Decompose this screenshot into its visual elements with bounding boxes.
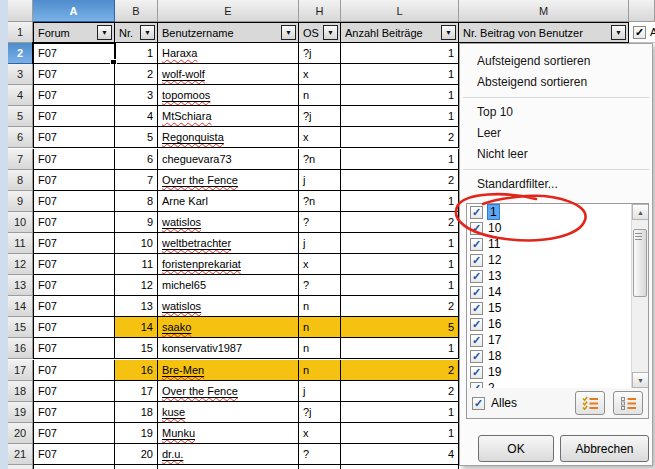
cell-forum[interactable]: F07 (33, 85, 115, 106)
cell-count[interactable]: 2 (341, 381, 459, 402)
cell-os[interactable]: n (299, 338, 341, 359)
row-header-7[interactable]: 7 (8, 149, 33, 170)
filter-value-item[interactable]: ✓15 (467, 300, 648, 316)
menu-item-sort-descending[interactable]: Absteigend sortieren (460, 72, 652, 93)
cell-os[interactable]: n (299, 85, 341, 106)
cell-os[interactable]: ?j (299, 43, 341, 64)
cell-username[interactable]: MtSchiara (158, 106, 299, 127)
value-checkbox[interactable]: ✓ (470, 302, 483, 315)
cell-forum[interactable]: F07 (33, 381, 115, 402)
cell-os[interactable]: ?j (299, 106, 341, 127)
cell-username[interactable]: michel65 (158, 275, 299, 296)
cell-username[interactable]: Bre-Men (158, 360, 299, 381)
cell-forum[interactable]: F07 (33, 360, 115, 381)
cell-username[interactable]: Regonquista (158, 127, 299, 148)
cell-count[interactable]: 2 (341, 296, 459, 317)
row-header-8[interactable]: 8 (8, 170, 33, 191)
row-header-3[interactable]: 3 (8, 64, 33, 85)
cell-nr[interactable]: 21 (115, 465, 158, 469)
cell-forum[interactable]: F07 (33, 402, 115, 423)
cell-username[interactable]: weltbetrachter (158, 233, 299, 254)
cell-nr[interactable]: 12 (115, 275, 158, 296)
cell-os[interactable]: j (299, 170, 341, 191)
column-header-H[interactable]: H (299, 0, 341, 22)
cell-nr[interactable]: 6 (115, 149, 158, 170)
select-all-checkbox[interactable]: ✓ (472, 397, 485, 410)
row-header-5[interactable]: 5 (8, 106, 33, 127)
cell-count[interactable]: 1 (341, 338, 459, 359)
autofilter-button-name[interactable]: ▼ (281, 25, 296, 40)
uncheck-all-button[interactable] (613, 391, 643, 415)
row-header-1[interactable]: 1 (8, 22, 33, 43)
cell-nr[interactable]: 5 (115, 127, 158, 148)
value-checkbox[interactable]: ✓ (470, 334, 483, 347)
autofilter-button-nr[interactable]: ▼ (140, 25, 155, 40)
column-header-A[interactable]: A (33, 0, 115, 22)
menu-item-sort-ascending[interactable]: Aufsteigend sortieren (460, 51, 652, 72)
cell-os[interactable]: ? (299, 444, 341, 465)
check-all-button[interactable] (575, 391, 605, 415)
cell-nr[interactable]: 11 (115, 254, 158, 275)
cell-os[interactable]: j (299, 381, 341, 402)
row-header-20[interactable]: 20 (8, 423, 33, 444)
cell-username[interactable]: Over the Fence (158, 381, 299, 402)
cell-nr[interactable]: 18 (115, 402, 158, 423)
cell-username[interactable]: watislos (158, 296, 299, 317)
value-checkbox[interactable]: ✓ (470, 254, 483, 267)
cell-forum[interactable]: F07 (33, 465, 115, 469)
cell-username[interactable]: topomoos (158, 85, 299, 106)
cell-os[interactable]: n (299, 360, 341, 381)
cell-forum[interactable]: F07 (33, 444, 115, 465)
autofilter-button-m[interactable]: ▼ (611, 25, 626, 40)
cell-forum[interactable]: F07 (33, 254, 115, 275)
row-header-18[interactable]: 18 (8, 381, 33, 402)
cell-count[interactable]: 1 (341, 43, 459, 64)
value-checkbox[interactable]: ✓ (470, 350, 483, 363)
cell-count[interactable]: 1 (341, 149, 459, 170)
cell-forum[interactable]: F07 (33, 338, 115, 359)
cell-nr[interactable]: 3 (115, 85, 158, 106)
value-checkbox[interactable]: ✓ (470, 286, 483, 299)
cell-count[interactable]: 1 (341, 254, 459, 275)
header-cell-name[interactable]: Benutzername (158, 22, 299, 43)
cell-forum[interactable]: F07 (33, 296, 115, 317)
cell-count[interactable]: 1 (341, 423, 459, 444)
corner-header[interactable] (8, 0, 33, 22)
filter-value-item[interactable]: ✓13 (467, 268, 648, 284)
cell-count[interactable]: 1 (341, 465, 459, 469)
cell-forum[interactable]: F07 (33, 106, 115, 127)
menu-item-top-10[interactable]: Top 10 (460, 102, 652, 123)
cell-os[interactable]: ? (299, 465, 341, 469)
menu-item-standard-filter[interactable]: Standardfilter... (460, 174, 652, 195)
cell-count[interactable]: 4 (341, 444, 459, 465)
cell-os[interactable]: ? (299, 212, 341, 233)
row-header-14[interactable]: 14 (8, 296, 33, 317)
filter-value-item[interactable]: ✓11 (467, 236, 648, 252)
cell-os[interactable]: x (299, 254, 341, 275)
cell-os[interactable]: x (299, 64, 341, 85)
cell-username[interactable]: foristenprekariat (158, 254, 299, 275)
cell-count[interactable]: 2 (341, 170, 459, 191)
cell-username[interactable]: Munku (158, 423, 299, 444)
column-header-M[interactable]: M (459, 0, 629, 22)
value-checkbox[interactable]: ✓ (470, 270, 483, 283)
ok-button[interactable]: OK (478, 435, 554, 462)
cell-count[interactable]: 2 (341, 127, 459, 148)
cell-count[interactable]: 1 (341, 402, 459, 423)
filter-value-item[interactable]: ✓12 (467, 252, 648, 268)
row-header-22[interactable]: 22 (8, 465, 33, 469)
cell-nr[interactable]: 19 (115, 423, 158, 444)
cell-count[interactable]: 1 (341, 64, 459, 85)
cell-username[interactable]: cheguevara73 (158, 149, 299, 170)
cell-nr[interactable]: 15 (115, 338, 158, 359)
column-header-E[interactable]: E (158, 0, 299, 22)
filter-value-item[interactable]: ✓18 (467, 348, 648, 364)
cell-username[interactable]: wolf-wolf (158, 64, 299, 85)
filter-value-item[interactable]: ✓19 (467, 364, 648, 380)
cell-os[interactable]: j (299, 233, 341, 254)
row-header-2[interactable]: 2 (8, 43, 33, 64)
value-checkbox[interactable]: ✓ (470, 222, 483, 235)
cell-count[interactable]: 1 (341, 275, 459, 296)
cell-os[interactable]: ? (299, 275, 341, 296)
autofilter-button-count[interactable]: ▼ (441, 25, 456, 40)
